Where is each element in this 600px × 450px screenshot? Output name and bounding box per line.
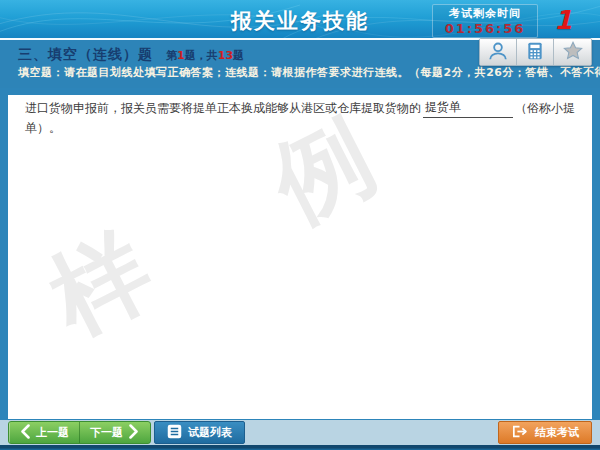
question-text: 进口货物申报前，报关员需要将提单正本换成能够从港区或仓库提取货物的提货单（俗称小… [25, 97, 580, 138]
list-icon [167, 424, 182, 441]
header-toolbar [479, 38, 592, 66]
header: 报关业务技能 考试剩余时间 01:56:56 1 [0, 0, 600, 38]
progress-prefix: 第 [166, 49, 177, 62]
profile-button[interactable] [480, 39, 517, 65]
prev-next-group: 上一题 下一题 [8, 421, 151, 444]
question-instructions: 填空题：请在题目划线处填写正确答案；连线题：请根据作答要求进行连线。（每题2分，… [18, 65, 588, 80]
question-pre: 进口货物申报前，报关员需要将提单正本换成能够从港区或仓库提取货物的 [25, 101, 421, 115]
star-icon [562, 40, 584, 65]
question-bar: 三、填空（连线）题 第1题，共13题 填空题：请在题目划线处填写正确答案；连线题… [0, 40, 600, 88]
timer-value: 01:56:56 [435, 21, 535, 36]
progress-current: 1 [177, 49, 185, 62]
next-question-button[interactable]: 下一题 [80, 422, 150, 443]
content-frame: 样 例 进口货物申报前，报关员需要将提单正本换成能够从港区或仓库提取货物的提货单… [0, 88, 600, 420]
answer-value: 提货单 [423, 100, 461, 114]
question-list-label: 试题列表 [188, 425, 232, 440]
question-list-button[interactable]: 试题列表 [154, 421, 245, 444]
section-title: 三、填空（连线）题 [18, 46, 153, 62]
person-icon [487, 40, 509, 65]
question-paper: 样 例 进口货物申报前，报关员需要将提单正本换成能够从港区或仓库提取货物的提货单… [8, 95, 592, 419]
previous-question-button[interactable]: 上一题 [9, 422, 80, 443]
question-progress: 第1题，共13题 [166, 49, 244, 62]
exam-timer: 考试剩余时间 01:56:56 [432, 4, 538, 38]
exit-icon [511, 424, 528, 441]
end-exam-label: 结束考试 [535, 425, 579, 440]
calculator-button[interactable] [517, 39, 554, 65]
progress-suffix: 题 [233, 49, 244, 62]
progress-mid: 题，共 [185, 49, 218, 62]
progress-total: 13 [218, 49, 233, 62]
timer-label: 考试剩余时间 [435, 6, 535, 21]
exam-app: 报关业务技能 考试剩余时间 01:56:56 1 三、填空（连线）题 第1题，共… [0, 0, 600, 450]
chevron-right-icon [127, 424, 140, 441]
calculator-icon [525, 41, 545, 64]
chevron-left-icon [19, 424, 32, 441]
bookmark-button[interactable] [554, 39, 591, 65]
question-title-row: 三、填空（连线）题 第1题，共13题 [18, 44, 244, 64]
timer-badge: 1 [554, 5, 572, 35]
answer-blank[interactable]: 提货单 [423, 97, 513, 118]
next-question-label: 下一题 [90, 425, 123, 440]
previous-question-label: 上一题 [36, 425, 69, 440]
footer-nav: 上一题 下一题 试题列表 [8, 421, 245, 444]
bottom-strip [0, 445, 600, 450]
footer-bar: 上一题 下一题 试题列表 [0, 420, 600, 445]
end-exam-button[interactable]: 结束考试 [498, 421, 592, 444]
